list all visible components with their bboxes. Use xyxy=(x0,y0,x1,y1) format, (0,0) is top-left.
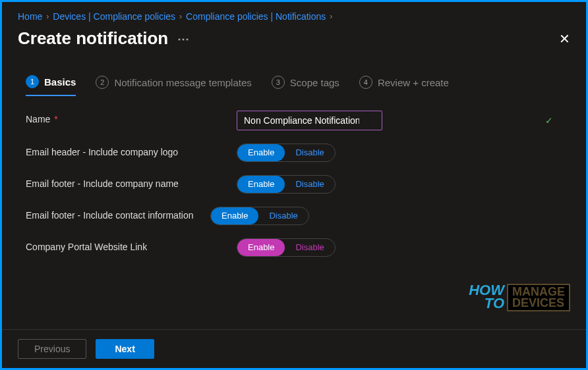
toggle-disable[interactable]: Disable xyxy=(285,144,334,161)
wizard-footer: Previous Next xyxy=(2,329,586,368)
step-number: 3 xyxy=(272,76,285,89)
name-input[interactable] xyxy=(237,111,382,130)
close-icon[interactable]: ✕ xyxy=(559,31,570,47)
toggle-enable[interactable]: Enable xyxy=(237,144,285,161)
step-label: Scope tags xyxy=(290,77,339,88)
breadcrumb-link[interactable]: Home xyxy=(18,11,42,22)
toggle-email-footer-name[interactable]: Enable Disable xyxy=(237,175,336,194)
toggle-email-header[interactable]: Enable Disable xyxy=(237,144,336,162)
field-label: Company Portal Website Link xyxy=(26,238,237,253)
chevron-right-icon: › xyxy=(330,12,332,21)
title-text: Create notification xyxy=(18,28,168,49)
field-portal-link: Company Portal Website Link Enable Disab… xyxy=(26,238,562,257)
breadcrumb: Home › Devices | Compliance policies › C… xyxy=(2,2,586,26)
more-icon[interactable]: ⋯ xyxy=(177,32,190,46)
tab-templates[interactable]: 2 Notification message templates xyxy=(96,76,251,95)
toggle-disable[interactable]: Disable xyxy=(285,176,334,193)
step-number: 4 xyxy=(359,76,372,89)
toggle-portal-link[interactable]: Enable Disable xyxy=(237,238,336,257)
toggle-enable[interactable]: Enable xyxy=(237,239,285,256)
page-header: Create notification ⋯ ✕ xyxy=(2,26,586,55)
field-label: Email header - Include company logo xyxy=(26,144,237,158)
field-label: Name * xyxy=(26,111,237,125)
required-star: * xyxy=(54,114,57,124)
watermark-devices: MANAGE DEVICES xyxy=(507,284,570,311)
previous-button[interactable]: Previous xyxy=(18,339,86,359)
step-label: Basics xyxy=(44,76,76,88)
field-label: Email footer - Include contact informati… xyxy=(26,207,210,221)
wm-devices: DEVICES xyxy=(512,298,565,309)
step-number: 2 xyxy=(96,76,109,89)
chevron-right-icon: › xyxy=(179,12,182,21)
step-label: Review + create xyxy=(378,77,449,88)
toggle-disable[interactable]: Disable xyxy=(258,207,308,225)
wm-to: TO xyxy=(469,297,504,310)
toggle-enable[interactable]: Enable xyxy=(211,207,258,225)
next-button[interactable]: Next xyxy=(96,339,154,359)
form-panel: Name * ✓ Email header - Include company … xyxy=(2,96,586,284)
tab-basics[interactable]: 1 Basics xyxy=(26,75,76,96)
field-name: Name * ✓ xyxy=(26,111,562,130)
toggle-email-footer-contact[interactable]: Enable Disable xyxy=(210,207,309,225)
field-email-footer-name: Email footer - Include company name Enab… xyxy=(26,175,562,194)
step-label: Notification message templates xyxy=(114,77,251,88)
step-number: 1 xyxy=(26,75,39,88)
tab-review[interactable]: 4 Review + create xyxy=(359,76,449,95)
breadcrumb-link[interactable]: Devices | Compliance policies xyxy=(53,11,175,22)
chevron-right-icon: › xyxy=(46,12,49,21)
field-label: Email footer - Include company name xyxy=(26,175,237,190)
toggle-disable[interactable]: Disable xyxy=(285,239,334,256)
label-text: Name xyxy=(26,114,50,124)
wizard-tabs: 1 Basics 2 Notification message template… xyxy=(2,55,586,96)
watermark-howto: HOW TO xyxy=(469,284,504,311)
breadcrumb-link[interactable]: Compliance policies | Notifications xyxy=(186,11,326,22)
field-email-header: Email header - Include company logo Enab… xyxy=(26,144,562,162)
toggle-enable[interactable]: Enable xyxy=(237,176,285,193)
page-title: Create notification ⋯ xyxy=(18,28,190,49)
watermark-logo: HOW TO MANAGE DEVICES xyxy=(469,284,570,311)
tab-scope[interactable]: 3 Scope tags xyxy=(272,76,339,95)
name-input-wrap: ✓ xyxy=(237,111,560,130)
field-email-footer-contact: Email footer - Include contact informati… xyxy=(26,207,562,225)
checkmark-icon: ✓ xyxy=(545,115,553,126)
